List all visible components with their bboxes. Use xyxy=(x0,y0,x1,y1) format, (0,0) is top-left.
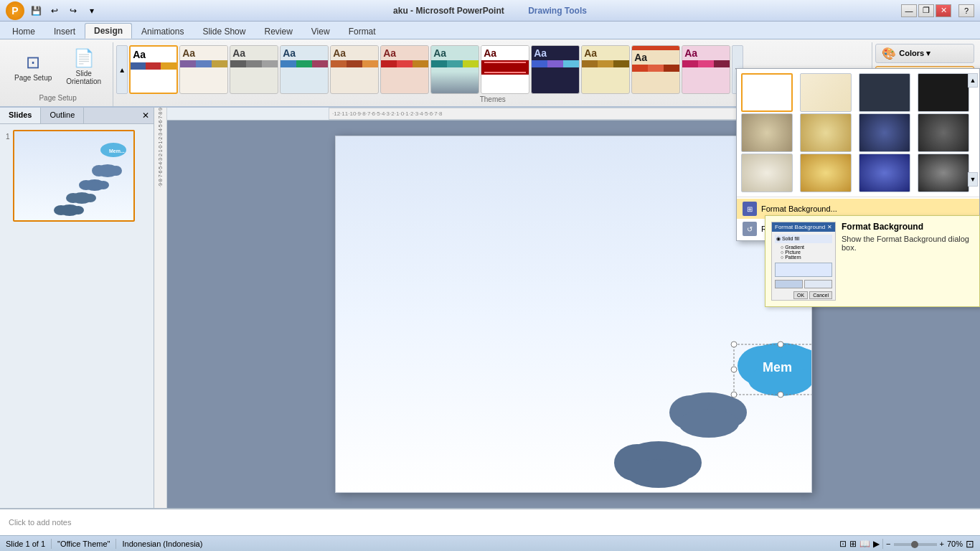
theme-item-7[interactable]: Aa xyxy=(430,45,479,94)
zoom-out-btn[interactable]: − xyxy=(886,540,890,548)
thumb-slide-content: Mem... xyxy=(14,131,135,222)
ruler-vertical: ·9·8·7·6·5·4·3·2·1·0·1·2·3·4·5·6·7·8·9 xyxy=(154,108,167,508)
tab-animations[interactable]: Animations xyxy=(132,23,193,39)
bg-swatch-6[interactable] xyxy=(800,113,852,152)
fit-slide-btn[interactable]: ⊡ xyxy=(966,538,974,550)
titlebar-controls: — ❐ ✕ ? xyxy=(901,4,974,17)
bg-swatch-2[interactable] xyxy=(800,73,852,112)
theme-item-5[interactable]: Aa xyxy=(330,45,379,94)
theme-item-6[interactable]: Aa xyxy=(380,45,429,94)
undo-btn[interactable]: ↩ xyxy=(47,4,62,18)
tab-view[interactable]: View xyxy=(302,23,339,39)
bg-swatch-1[interactable] xyxy=(741,73,793,112)
svg-point-26 xyxy=(731,367,737,372)
slideshow-btn[interactable]: ▶ xyxy=(873,539,880,549)
slide-thumbnail-area: 1 xyxy=(0,124,154,508)
theme-item-8[interactable]: Aa xyxy=(481,45,529,94)
svg-point-5 xyxy=(110,166,122,176)
bg-swatch-3[interactable] xyxy=(859,73,910,112)
tab-format[interactable]: Format xyxy=(339,23,385,39)
help-btn[interactable]: ? xyxy=(958,4,974,17)
bg-swatch-10[interactable] xyxy=(800,154,852,192)
reading-view-btn[interactable]: 📖 xyxy=(859,539,870,549)
status-sep-2 xyxy=(116,539,116,549)
zoom-slider[interactable] xyxy=(894,543,937,546)
theme-item-2[interactable]: Aa xyxy=(179,45,228,94)
tab-home[interactable]: Home xyxy=(3,23,44,39)
tooltip-preview: Format Background ✕ ◉ Solid fill ○ Gradi… xyxy=(771,222,836,301)
theme-item-4[interactable]: Aa xyxy=(280,45,329,94)
svg-point-7 xyxy=(79,180,93,190)
svg-text:Mem: Mem xyxy=(763,360,792,375)
svg-point-14 xyxy=(72,206,84,215)
theme-item-3[interactable]: Aa xyxy=(230,45,278,94)
theme-item-12[interactable]: Aa xyxy=(682,45,730,94)
tooltip-content: Format Background Show the Format Backgr… xyxy=(842,222,974,301)
redo-btn[interactable]: ↪ xyxy=(66,4,80,18)
notes-area[interactable]: Click to add notes xyxy=(0,508,980,535)
bg-scroll-down[interactable]: ▼ xyxy=(968,172,978,187)
zoom-level: 70% xyxy=(947,540,963,548)
left-panel: Slides Outline ✕ 1 xyxy=(0,108,154,508)
svg-point-24 xyxy=(778,342,783,347)
zoom-in-btn[interactable]: + xyxy=(940,540,944,548)
slide-sorter-btn[interactable]: ⊞ xyxy=(849,539,857,549)
slides-tab[interactable]: Slides xyxy=(0,108,41,123)
normal-view-btn[interactable]: ⊡ xyxy=(839,539,847,549)
titlebar-title: aku - Microsoft PowerPoint Drawing Tools xyxy=(393,6,587,16)
theme-item-10[interactable]: Aa xyxy=(581,45,630,94)
svg-point-8 xyxy=(98,181,109,189)
save-quick-btn[interactable]: 💾 xyxy=(29,4,43,18)
outline-tab[interactable]: Outline xyxy=(41,108,84,123)
tab-design[interactable]: Design xyxy=(85,23,132,39)
page-setup-btn[interactable]: ⊡ Page Setup xyxy=(9,45,57,88)
statusbar: Slide 1 of 1 "Office Theme" Indonesian (… xyxy=(0,535,980,551)
svg-point-13 xyxy=(54,205,68,215)
bg-swatch-8[interactable] xyxy=(918,113,969,152)
slide-info: Slide 1 of 1 xyxy=(6,540,45,548)
language-info: Indonesian (Indonesia) xyxy=(122,540,202,548)
bg-swatch-7[interactable] xyxy=(859,113,910,152)
tooltip-description: Show the Format Background dialog box. xyxy=(842,235,974,252)
format-bg-icon: ⊞ xyxy=(743,202,757,216)
theme-info: "Office Theme" xyxy=(57,540,110,548)
svg-point-4 xyxy=(92,165,106,176)
close-btn[interactable]: ✕ xyxy=(936,4,951,17)
customize-btn[interactable]: ▾ xyxy=(85,4,99,18)
tab-slideshow[interactable]: Slide Show xyxy=(193,23,255,39)
themes-scroll-up[interactable]: ▲ xyxy=(116,45,128,94)
slide-thumb-1-wrapper: 1 xyxy=(6,130,148,222)
bg-scroll-up[interactable]: ▲ xyxy=(968,73,978,88)
svg-point-28 xyxy=(731,392,737,397)
format-background-tooltip: Format Background ✕ ◉ Solid fill ○ Gradi… xyxy=(765,215,980,307)
slide-thumbnail-1[interactable]: Mem... xyxy=(13,130,135,222)
page-setup-label: Page Setup xyxy=(14,74,52,82)
bg-swatch-12[interactable] xyxy=(918,154,969,192)
theme-item-11[interactable]: Aa xyxy=(631,45,680,94)
minimize-btn[interactable]: — xyxy=(901,4,917,17)
status-sep-3 xyxy=(882,539,883,549)
page-setup-icon: ⊡ xyxy=(26,52,40,72)
bg-swatch-11[interactable] xyxy=(859,154,910,192)
svg-text:Mem...: Mem... xyxy=(109,149,125,154)
page-setup-group-label: Page Setup xyxy=(39,94,76,103)
bg-swatch-4[interactable] xyxy=(918,73,969,112)
slide-orientation-btn[interactable]: 📄 SlideOrientation xyxy=(60,45,107,88)
office-button[interactable]: P xyxy=(6,1,24,20)
page-setup-group: ⊡ Page Setup 📄 SlideOrientation Page Set… xyxy=(3,42,113,106)
restore-btn[interactable]: ❐ xyxy=(918,4,934,17)
colors-btn[interactable]: 🎨 Colors ▾ xyxy=(875,44,974,63)
bg-swatch-9[interactable] xyxy=(741,154,793,192)
slides-outline-tabs: Slides Outline ✕ xyxy=(0,108,154,124)
svg-point-29 xyxy=(778,392,783,397)
panel-close-btn[interactable]: ✕ xyxy=(138,108,154,123)
statusbar-right: ⊡ ⊞ 📖 ▶ − + 70% ⊡ xyxy=(839,538,974,550)
bg-swatch-5[interactable] xyxy=(741,113,793,152)
slide-number-1: 1 xyxy=(6,133,10,141)
bg-swatches-grid xyxy=(737,69,979,197)
tab-review[interactable]: Review xyxy=(255,23,301,39)
svg-point-11 xyxy=(85,194,96,202)
theme-item-office[interactable]: Aa xyxy=(129,45,178,94)
tab-insert[interactable]: Insert xyxy=(44,23,85,39)
theme-item-9[interactable]: Aa xyxy=(531,45,580,94)
